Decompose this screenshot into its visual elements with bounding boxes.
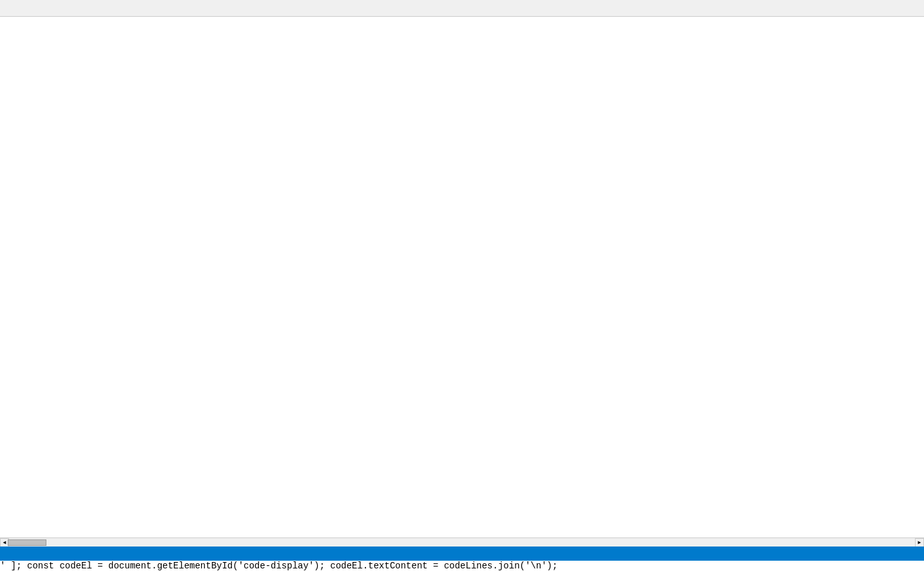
menu-format[interactable] — [26, 7, 39, 10]
menu-view[interactable] — [39, 7, 52, 10]
horizontal-scrollbar[interactable]: ◀ ▶ — [0, 537, 924, 547]
menu-bar — [0, 0, 924, 17]
status-bar — [0, 547, 924, 561]
editor-container: ◀ ▶ — [0, 17, 924, 547]
horizontal-scrollbar-thumb[interactable] — [8, 539, 46, 546]
menu-edit[interactable] — [13, 7, 26, 10]
editor-scroll[interactable] — [0, 17, 924, 537]
menu-file[interactable] — [0, 7, 13, 10]
scroll-right-arrow[interactable]: ▶ — [915, 538, 924, 547]
menu-help[interactable] — [52, 7, 64, 10]
code-editor[interactable] — [0, 17, 924, 537]
